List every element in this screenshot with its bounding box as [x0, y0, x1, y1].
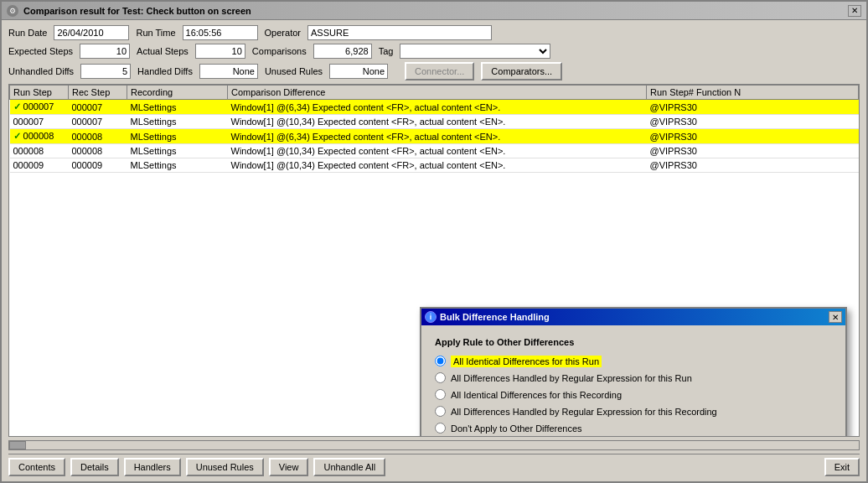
comparators-button[interactable]: Comparators...: [481, 62, 562, 80]
operator-input[interactable]: [307, 25, 492, 40]
view-button[interactable]: View: [269, 458, 309, 476]
row-difference: Window[1] @(10,34) Expected content <FR>…: [228, 115, 647, 129]
unused-rules-button[interactable]: Unused Rules: [186, 458, 264, 476]
handlers-button[interactable]: Handlers: [124, 458, 181, 476]
unused-rules-label: Unused Rules: [265, 66, 323, 76]
col-rec-step: Rec Step: [69, 86, 127, 100]
unhandle-all-button[interactable]: Unhandle All: [313, 458, 385, 476]
row-difference: Window[1] @(10,34) Expected content <FR>…: [228, 144, 647, 158]
bulk-difference-dialog: i Bulk Difference Handling ✕ Apply Rule …: [420, 307, 847, 437]
bottom-bar: Contents Details Handlers Unused Rules V…: [8, 454, 860, 478]
modal-radio-option: Don't Apply to Other Differences: [435, 423, 832, 434]
radio-label-opt3: All Identical Differences for this Recor…: [451, 390, 622, 400]
window-icon: ⚙: [7, 5, 18, 17]
row-function: @VIPRS30: [647, 115, 859, 129]
window-close-button[interactable]: ✕: [848, 5, 861, 17]
content-area: Run Date Run Time Operator Expected Step…: [2, 20, 866, 481]
col-run-step: Run Step: [10, 86, 69, 100]
main-window: ⚙ Comparison result for Test: Check butt…: [0, 0, 868, 483]
modal-section-title: Apply Rule to Other Differences: [435, 337, 832, 347]
unhandled-diffs-input[interactable]: [80, 64, 131, 79]
row-recording: MLSettings: [127, 129, 228, 144]
radio-opt1[interactable]: [435, 356, 446, 366]
run-date-label: Run Date: [8, 28, 47, 38]
unhandled-diffs-label: Unhandled Diffs: [8, 66, 74, 76]
modal-radio-option: All Differences Handled by Regular Expre…: [435, 372, 832, 383]
title-bar: ⚙ Comparison result for Test: Check butt…: [2, 2, 866, 20]
table-row[interactable]: ✓ 000008000008MLSettingsWindow[1] @(6,34…: [10, 129, 859, 144]
details-button[interactable]: Details: [70, 458, 119, 476]
comparisons-label: Comparisons: [252, 46, 307, 56]
row-rec-step: 000009: [69, 158, 127, 173]
row-function: @VIPRS30: [647, 158, 859, 173]
exit-button[interactable]: Exit: [824, 458, 860, 476]
row-rec-step: 000008: [69, 144, 127, 158]
table-header-row: Run Step Rec Step Recording Comparison D…: [10, 86, 859, 100]
modal-title: Bulk Difference Handling: [440, 312, 829, 322]
comparison-table-container: Run Step Rec Step Recording Comparison D…: [8, 84, 860, 437]
row-function: @VIPRS30: [647, 100, 859, 115]
row-function: @VIPRS30: [647, 144, 859, 158]
tag-select[interactable]: [400, 44, 550, 59]
radio-label-opt2: All Differences Handled by Regular Expre…: [451, 373, 692, 383]
contents-button[interactable]: Contents: [8, 458, 65, 476]
row-check: ✓ 000008: [10, 129, 69, 144]
modal-icon: i: [425, 311, 437, 323]
row-recording: MLSettings: [127, 115, 228, 129]
handled-diffs-input[interactable]: [199, 64, 258, 79]
row-check: 000008: [10, 144, 69, 158]
row-recording: MLSettings: [127, 158, 228, 173]
form-row-2: Expected Steps Actual Steps Comparisons …: [8, 44, 860, 59]
row-rec-step: 000007: [69, 115, 127, 129]
row-recording: MLSettings: [127, 144, 228, 158]
tag-label: Tag: [379, 46, 394, 56]
radio-opt3[interactable]: [435, 389, 446, 400]
run-time-input[interactable]: [183, 25, 258, 40]
col-difference: Comparison Difference: [228, 86, 647, 100]
run-time-label: Run Time: [136, 28, 175, 38]
col-function: Run Step# Function N: [647, 86, 859, 100]
row-difference: Window[1] @(6,34) Expected content <FR>,…: [228, 129, 647, 144]
operator-label: Operator: [265, 28, 301, 38]
row-check: ✓ 000007: [10, 100, 69, 115]
radio-label-opt1: All Identical Differences for this Run: [451, 356, 602, 366]
modal-radio-option: All Differences Handled by Regular Expre…: [435, 406, 832, 417]
radio-label-opt4: All Differences Handled by Regular Expre…: [451, 407, 717, 417]
run-date-input[interactable]: [54, 25, 129, 40]
expected-steps-input[interactable]: [80, 44, 130, 59]
connector-button[interactable]: Connector...: [405, 62, 474, 80]
row-check: 000009: [10, 158, 69, 173]
window-title: Comparison result for Test: Check button…: [23, 6, 848, 16]
form-row-3: Unhandled Diffs Handled Diffs Unused Rul…: [8, 62, 860, 80]
modal-body: Apply Rule to Other Differences All Iden…: [421, 325, 845, 437]
form-row-1: Run Date Run Time Operator: [8, 25, 860, 40]
table-row[interactable]: 000008000008MLSettingsWindow[1] @(10,34)…: [10, 144, 859, 158]
radio-options: All Identical Differences for this RunAl…: [435, 356, 832, 434]
col-recording: Recording: [127, 86, 228, 100]
horizontal-scrollbar[interactable]: [8, 440, 860, 450]
row-difference: Window[1] @(10,34) Expected content <FR>…: [228, 158, 647, 173]
row-function: @VIPRS30: [647, 129, 859, 144]
table-row[interactable]: 000007000007MLSettingsWindow[1] @(10,34)…: [10, 115, 859, 129]
radio-opt4[interactable]: [435, 406, 446, 417]
row-rec-step: 000008: [69, 129, 127, 144]
comparison-table: Run Step Rec Step Recording Comparison D…: [9, 85, 859, 173]
modal-close-button[interactable]: ✕: [829, 311, 842, 323]
actual-steps-input[interactable]: [195, 44, 245, 59]
handled-diffs-label: Handled Diffs: [137, 66, 193, 76]
row-check: 000007: [10, 115, 69, 129]
modal-title-bar: i Bulk Difference Handling ✕: [421, 309, 845, 325]
expected-steps-label: Expected Steps: [8, 46, 73, 56]
radio-opt2[interactable]: [435, 372, 446, 383]
radio-label-opt5: Don't Apply to Other Differences: [451, 423, 582, 434]
row-difference: Window[1] @(6,34) Expected content <FR>,…: [228, 100, 647, 115]
comparisons-input[interactable]: [313, 44, 372, 59]
modal-radio-option: All Identical Differences for this Recor…: [435, 389, 832, 400]
table-row[interactable]: ✓ 000007000007MLSettingsWindow[1] @(6,34…: [10, 100, 859, 115]
table-row[interactable]: 000009000009MLSettingsWindow[1] @(10,34)…: [10, 158, 859, 173]
radio-opt5[interactable]: [435, 423, 446, 434]
unused-rules-input[interactable]: [329, 64, 388, 79]
actual-steps-label: Actual Steps: [137, 46, 189, 56]
modal-radio-option: All Identical Differences for this Run: [435, 356, 832, 366]
row-rec-step: 000007: [69, 100, 127, 115]
